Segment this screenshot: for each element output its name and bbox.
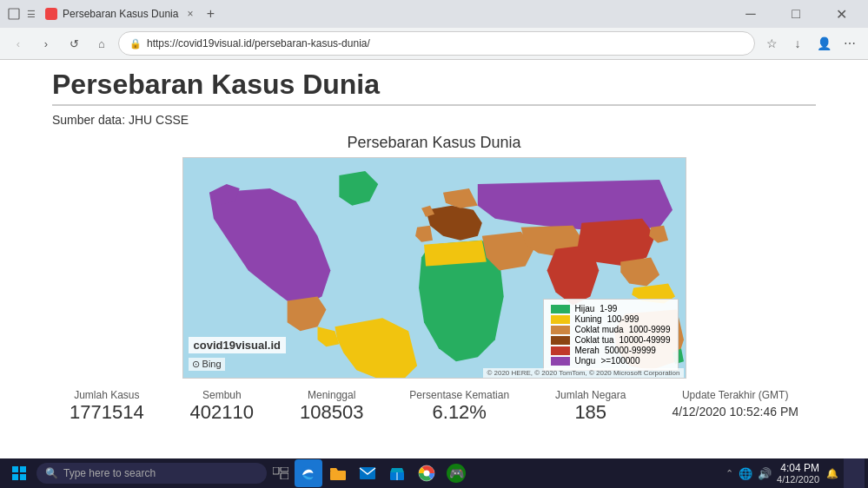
legend-color-ungu	[551, 357, 570, 366]
svg-rect-8	[281, 473, 288, 479]
stat-label-sembuh: Sembuh	[190, 389, 254, 401]
page-content: Persebaran Kasus Dunia Sumber data: JHU …	[0, 60, 868, 485]
svg-rect-10	[360, 467, 375, 479]
tab-title: Persebaran Kasus Dunia	[63, 8, 178, 20]
close-button[interactable]: ✕	[821, 2, 861, 26]
window-icon	[7, 7, 21, 21]
bing-label: ⊙ Bing	[189, 358, 225, 371]
legend-label-merah: Merah	[575, 346, 600, 355]
page-title: Persebaran Kasus Dunia	[52, 60, 816, 106]
map-legend: Hijau 1-99 Kuning 100-999 Coklat muda 10…	[543, 299, 679, 371]
legend-label-ungu: Ungu	[575, 356, 596, 366]
favorite-icon[interactable]: ☆	[760, 32, 783, 55]
stat-label-update: Update Terakhir (GMT)	[672, 389, 798, 401]
stat-sembuh: Sembuh 402110	[190, 389, 254, 424]
data-source: Sumber data: JHU CSSE	[52, 113, 816, 127]
legend-range-kuning: 100-999	[607, 314, 639, 324]
legend-color-merah	[551, 346, 570, 355]
taskbar-search-box[interactable]: 🔍 Type here to search	[36, 463, 267, 484]
system-tray: ⌃ 🌐 🔊 4:04 PM 4/12/2020 🔔	[726, 458, 865, 488]
stat-jumlah-negara: Jumlah Negara 185	[555, 389, 626, 424]
legend-range-coklat-tua: 10000-49999	[620, 335, 671, 345]
task-view-button[interactable]	[268, 458, 293, 488]
new-tab-button[interactable]: +	[200, 3, 221, 24]
store-icon[interactable]	[383, 459, 411, 487]
legend-row-hijau: Hijau 1-99	[551, 304, 671, 313]
legend-row-coklat-tua: Coklat tua 10000-49999	[551, 335, 671, 345]
svg-rect-9	[330, 471, 346, 480]
legend-label-kuning: Kuning	[575, 314, 602, 324]
stat-label-meninggal: Meninggal	[300, 389, 363, 401]
date-display: 4/12/2020	[777, 474, 819, 485]
refresh-button[interactable]: ↺	[63, 32, 85, 55]
stat-value-persentase: 6.12%	[409, 401, 509, 424]
legend-row-kuning: Kuning 100-999	[551, 314, 671, 324]
stat-persentase: Persentase Kematian 6.12%	[409, 389, 509, 424]
games-icon[interactable]: 🎮	[442, 459, 470, 487]
legend-range-coklat-muda: 1000-9999	[629, 325, 671, 334]
stat-label-jumlah-negara: Jumlah Negara	[555, 389, 626, 401]
menu-icon[interactable]: ⋯	[838, 32, 861, 55]
svg-rect-2	[12, 466, 18, 472]
network-icon[interactable]: 🌐	[739, 467, 752, 480]
url-box[interactable]: 🔒 https://covid19visual.id/persebaran-ka…	[118, 31, 755, 56]
stat-meninggal: Meninggal 108503	[300, 389, 363, 424]
chrome-icon[interactable]	[413, 459, 441, 487]
svg-rect-3	[20, 466, 26, 472]
stat-value-update: 4/12/2020 10:52:46 PM	[672, 401, 798, 419]
start-button[interactable]	[3, 458, 35, 488]
legend-range-ungu: >=100000	[600, 356, 639, 366]
taskbar-search-icon: 🔍	[45, 467, 58, 479]
stat-value-jumlah-kasus: 1771514	[70, 401, 144, 424]
tab-favicon	[45, 8, 57, 20]
home-button[interactable]: ⌂	[90, 32, 113, 55]
svg-rect-7	[281, 467, 288, 472]
legend-color-coklat-muda	[551, 326, 570, 334]
maximize-button[interactable]: □	[776, 2, 816, 26]
file-explorer-icon[interactable]	[324, 459, 352, 487]
map-copyright: © 2020 HERE, © 2020 TomTom, © 2020 Micro…	[483, 368, 683, 378]
stats-section: Jumlah Kasus 1771514 Sembuh 402110 Menin…	[52, 382, 816, 427]
sidebar-toggle-icon[interactable]: ☰	[24, 7, 38, 21]
svg-rect-0	[9, 9, 19, 19]
back-button[interactable]: ‹	[7, 32, 30, 55]
edge-icon[interactable]	[295, 459, 322, 487]
address-bar: ‹ › ↺ ⌂ 🔒 https://covid19visual.id/perse…	[0, 28, 868, 59]
map-watermark: covid19visual.id	[189, 337, 286, 353]
title-bar-icons: ☰	[7, 7, 38, 21]
map-section-title: Persebaran Kasus Dunia	[52, 134, 816, 152]
profile-icon[interactable]: 👤	[812, 32, 835, 55]
legend-label-hijau: Hijau	[575, 304, 595, 313]
time-display: 4:04 PM	[777, 462, 819, 474]
stat-jumlah-kasus: Jumlah Kasus 1771514	[70, 389, 144, 424]
taskbar-search-text: Type here to search	[63, 467, 156, 479]
show-desktop-button[interactable]	[844, 458, 865, 488]
legend-range-merah: 50000-99999	[605, 346, 656, 355]
stat-update: Update Terakhir (GMT) 4/12/2020 10:52:46…	[672, 389, 798, 419]
svg-rect-4	[12, 474, 18, 480]
legend-row-coklat-muda: Coklat muda 1000-9999	[551, 325, 671, 334]
svg-rect-6	[273, 467, 279, 474]
url-text[interactable]: https://covid19visual.id/persebaran-kasu…	[147, 37, 744, 49]
legend-row-merah: Merah 50000-99999	[551, 346, 671, 355]
show-hidden-icons[interactable]: ⌃	[726, 468, 733, 479]
toolbar-icons: ☆ ↓ 👤 ⋯	[760, 32, 861, 55]
stat-value-jumlah-negara: 185	[555, 401, 626, 424]
legend-color-hijau	[551, 305, 570, 313]
taskbar: 🔍 Type here to search 🎮	[0, 458, 868, 488]
mail-icon[interactable]	[354, 459, 381, 487]
minimize-button[interactable]: ─	[731, 2, 771, 26]
taskbar-time: 4:04 PM 4/12/2020	[777, 462, 819, 485]
legend-color-coklat-tua	[551, 336, 570, 345]
stat-value-meninggal: 108503	[300, 401, 363, 424]
tab-close-button[interactable]: ×	[187, 8, 193, 20]
stat-value-sembuh: 402110	[190, 401, 254, 424]
forward-button[interactable]: ›	[35, 32, 57, 55]
download-icon[interactable]: ↓	[786, 32, 809, 55]
stat-label-persentase: Persentase Kematian	[409, 389, 509, 401]
notification-icon[interactable]: 🔔	[826, 468, 838, 479]
map-container: covid19visual.id ⊙ Bing Hijau 1-99 Kunin…	[182, 157, 686, 379]
browser-chrome: ☰ Persebaran Kasus Dunia × + ─ □ ✕ ‹ › ↺…	[0, 0, 868, 60]
volume-icon[interactable]: 🔊	[758, 467, 772, 480]
legend-color-kuning	[551, 315, 570, 324]
